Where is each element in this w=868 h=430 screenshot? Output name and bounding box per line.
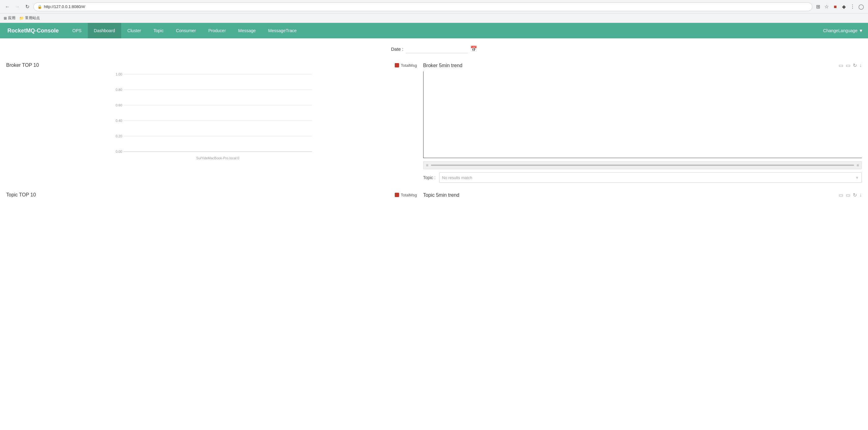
nav-item-dashboard[interactable]: Dashboard <box>88 23 122 38</box>
broker-trend-slider[interactable]: ≡ ≡ <box>423 161 862 169</box>
profile-icon[interactable]: ◯ <box>858 4 864 10</box>
bookmark-apps[interactable]: ⊞ 应用 <box>4 16 16 21</box>
slider-right-icon: ≡ <box>857 163 859 168</box>
svg-text:0.60: 0.60 <box>116 103 122 107</box>
svg-text:1.00: 1.00 <box>116 73 122 76</box>
topic-top10-legend: TotalMsg <box>395 193 417 197</box>
address-bar[interactable]: 🔒 http://127.0.0.1:8080/#/ <box>33 2 812 11</box>
svg-text:0.40: 0.40 <box>116 119 122 122</box>
topic-trend-title: Topic 5min trend <box>423 193 459 198</box>
svg-text:SuiYideMacBook-Pro.local:0: SuiYideMacBook-Pro.local:0 <box>196 156 239 160</box>
nav-item-cluster[interactable]: Cluster <box>121 23 147 38</box>
topic-top10-title: Topic TOP 10 <box>6 192 36 198</box>
zoom-in-icon[interactable]: ▭ <box>846 62 850 68</box>
date-input[interactable] <box>406 45 468 53</box>
nav-item-topic[interactable]: Topic <box>147 23 170 38</box>
back-button[interactable]: ← <box>4 3 11 10</box>
topic-totalmsg-legend-dot <box>395 193 399 197</box>
svg-text:0.00: 0.00 <box>116 150 122 153</box>
broker-trend-panel: Broker 5min trend ▭ ▭ ↻ ↓ ≡ ≡ <box>423 62 862 183</box>
totalmsg-legend-dot <box>395 63 399 67</box>
broker-top10-svg: 1.00 0.80 0.60 0.40 0.20 0.00 SuiYideMac… <box>6 71 417 164</box>
nav-item-consumer[interactable]: Consumer <box>170 23 202 38</box>
change-language-button[interactable]: ChangeLanguage ▼ <box>823 28 863 33</box>
nav-brand[interactable]: RocketMQ-Console <box>0 28 66 34</box>
topic-totalmsg-legend-label: TotalMsg <box>401 193 417 197</box>
broker-charts-row: Broker TOP 10 TotalMsg 1.00 0. <box>6 62 862 183</box>
menu-icon[interactable]: ⋮ <box>849 4 856 10</box>
broker-trend-chart <box>423 71 862 158</box>
url-text: http://127.0.0.1:8080/#/ <box>44 4 85 9</box>
topic-download-icon[interactable]: ↓ <box>859 192 862 198</box>
download-icon[interactable]: ↓ <box>859 62 862 68</box>
apps-icon: ⊞ <box>4 16 7 21</box>
broker-trend-title: Broker 5min trend <box>423 63 462 68</box>
topic-zoom-in-icon[interactable]: ▭ <box>846 192 850 198</box>
slider-track <box>431 165 854 166</box>
broker-trend-actions: ▭ ▭ ↻ ↓ <box>839 62 862 68</box>
nav-item-message[interactable]: Message <box>232 23 262 38</box>
bookmarks-bar: ⊞ 应用 📁 常用站点 <box>0 13 868 23</box>
puzzle-icon[interactable]: ◆ <box>841 4 847 10</box>
select-dropdown-icon: ▼ <box>855 175 859 180</box>
topic-trend-actions: ▭ ▭ ↻ ↓ <box>839 192 862 198</box>
nav-bar: RocketMQ-Console OPS Dashboard Cluster T… <box>0 23 868 38</box>
nav-right: ChangeLanguage ▼ <box>823 28 868 33</box>
dropdown-arrow-icon: ▼ <box>859 28 863 33</box>
totalmsg-legend-label: TotalMsg <box>401 63 417 68</box>
topic-row: Topic : No results match ▼ <box>423 172 862 183</box>
topic-trend-panel: Topic 5min trend ▭ ▭ ↻ ↓ <box>423 192 862 201</box>
reload-button[interactable]: ↻ <box>24 3 31 10</box>
browser-actions: ⊞ ☆ ■ ◆ ⋮ ◯ <box>815 4 864 10</box>
topic-label: Topic : <box>423 175 436 180</box>
bookmark-common-sites[interactable]: 📁 常用站点 <box>19 16 40 21</box>
topic-refresh-icon[interactable]: ↻ <box>853 192 857 198</box>
bookmark-icon[interactable]: ☆ <box>824 4 830 10</box>
broker-trend-svg <box>424 71 862 158</box>
slider-fill <box>431 165 854 166</box>
nav-item-producer[interactable]: Producer <box>202 23 232 38</box>
broker-top10-chart: 1.00 0.80 0.60 0.40 0.20 0.00 SuiYideMac… <box>6 71 417 164</box>
topic-select-value: No results match <box>442 175 472 180</box>
broker-top10-title: Broker TOP 10 <box>6 62 39 68</box>
svg-text:0.80: 0.80 <box>116 88 122 92</box>
nav-item-messagetrace[interactable]: MessageTrace <box>262 23 303 38</box>
calendar-icon[interactable]: 📅 <box>470 46 477 52</box>
broker-top10-title-row: Broker TOP 10 TotalMsg <box>6 62 417 68</box>
extension-icon[interactable]: ■ <box>832 4 838 10</box>
browser-chrome: ← → ↻ 🔒 http://127.0.0.1:8080/#/ ⊞ ☆ ■ ◆… <box>0 0 868 13</box>
nav-items: OPS Dashboard Cluster Topic Consumer Pro… <box>66 23 823 38</box>
topic-top10-title-row: Topic TOP 10 TotalMsg <box>6 192 417 198</box>
nav-item-ops[interactable]: OPS <box>66 23 88 38</box>
svg-text:0.20: 0.20 <box>116 134 122 138</box>
broker-trend-title-row: Broker 5min trend ▭ ▭ ↻ ↓ <box>423 62 862 68</box>
zoom-out-icon[interactable]: ▭ <box>839 62 843 68</box>
broker-top10-panel: Broker TOP 10 TotalMsg 1.00 0. <box>6 62 417 183</box>
forward-button[interactable]: → <box>13 3 21 10</box>
translate-icon[interactable]: ⊞ <box>815 4 821 10</box>
topic-select[interactable]: No results match ▼ <box>439 172 862 183</box>
slider-left-icon: ≡ <box>426 163 428 168</box>
topic-zoom-out-icon[interactable]: ▭ <box>839 192 843 198</box>
folder-icon: 📁 <box>19 16 24 21</box>
main-content: Date : 📅 Broker TOP 10 TotalMsg <box>0 38 868 430</box>
broker-top10-legend: TotalMsg <box>395 63 417 68</box>
date-label: Date : <box>391 47 403 52</box>
date-section: Date : 📅 <box>6 45 862 53</box>
topic-charts-row: Topic TOP 10 TotalMsg Topic 5min trend ▭… <box>6 192 862 201</box>
topic-trend-title-row: Topic 5min trend ▭ ▭ ↻ ↓ <box>423 192 862 198</box>
topic-top10-panel: Topic TOP 10 TotalMsg <box>6 192 417 201</box>
refresh-icon[interactable]: ↻ <box>853 62 857 68</box>
